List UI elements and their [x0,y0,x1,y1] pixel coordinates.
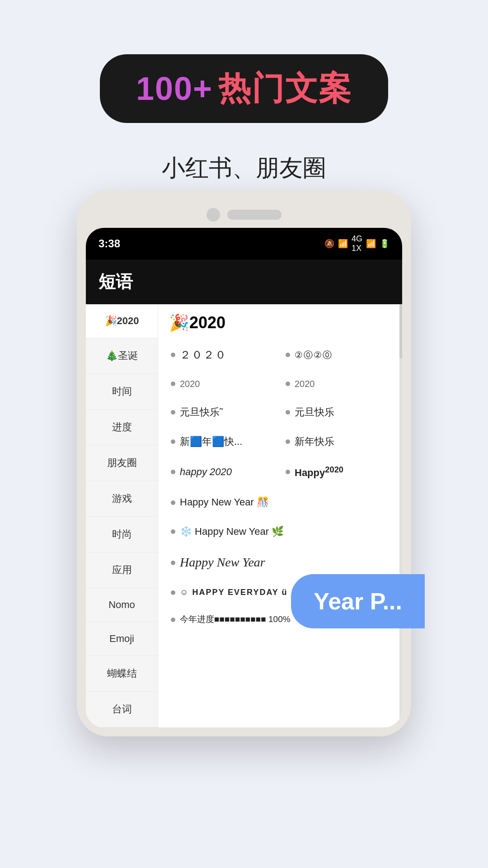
bullet-icon [171,561,175,565]
sidebar-item-bow[interactable]: 蝴蝶结 [86,656,158,692]
bullet-icon [171,382,175,386]
item-text: ２０２０ [180,348,227,362]
item-text: ❄️ Happy New Year 🌿 [180,525,284,538]
item-text: Happy New Year 🎊 [180,496,269,509]
sidebar-item-emoji[interactable]: Emoji [86,622,158,656]
phone-camera-area [86,199,402,228]
list-item-happy-new-year-script[interactable]: Happy New Year [169,548,391,577]
sidebar-item-apps[interactable]: 应用 [86,552,158,588]
list-item[interactable]: 2020 [284,372,391,396]
status-bar: 3:38 🔕 📶 4G1X 📶 🔋 [86,228,402,259]
list-item[interactable]: Happy2020 [284,458,391,486]
list-item-happy-new-year-1[interactable]: Happy New Year 🎊 [169,490,391,515]
list-item[interactable]: 元旦快乐 [284,400,391,425]
item-text: 2020 [180,378,200,390]
camera-icon [206,208,220,222]
sidebar-item-2020[interactable]: 🎉2020 [86,304,158,338]
item-text: happy 2020 [180,466,232,479]
list-item[interactable]: 元旦快乐˜ [169,400,277,425]
app-title: 短语 [99,272,133,291]
item-text: 元旦快乐 [295,406,334,419]
sidebar-item-nomo[interactable]: Nomo [86,588,158,622]
main-content: 🎉2020 ２０２０ ②⓪②⓪ [158,304,402,727]
status-icons: 🔕 📶 4G1X 📶 🔋 [324,234,389,253]
speaker [227,210,282,220]
item-text: 新年快乐 [295,435,334,448]
sidebar-item-christmas[interactable]: 🎄圣诞 [86,338,158,374]
app-content: 🎉2020 🎄圣诞 时间 进度 朋友圈 游戏 时尚 应用 Nomo Emoji … [86,304,402,727]
list-item[interactable]: ２０２０ [169,341,277,368]
bullet-icon [286,382,290,386]
sidebar-item-progress[interactable]: 进度 [86,410,158,445]
top-section: 100+ 热门文案 小红书、朋友圈 一键输入 [0,0,488,221]
item-text: ②⓪②⓪ [295,349,333,361]
item-text: 新🟦年🟦快... [180,435,242,448]
bullet-icon [286,410,290,415]
sidebar-item-games[interactable]: 游戏 [86,481,158,517]
item-text: Happy2020 [295,464,343,480]
mute-icon: 🔕 [324,239,334,249]
sidebar-item-time[interactable]: 时间 [86,374,158,410]
signal-icon: 📶 [366,239,376,249]
bullet-icon [171,618,175,622]
list-item[interactable]: 新年快乐 [284,429,391,455]
sidebar-item-lines[interactable]: 台词 [86,692,158,727]
tooltip-bubble: Year P... [291,574,425,628]
network-label: 4G1X [352,234,362,253]
phone-outer: 3:38 🔕 📶 4G1X 📶 🔋 短语 🎉2020 🎄圣诞 [77,190,411,736]
status-time: 3:38 [99,237,120,250]
bullet-icon [286,353,290,357]
bullet-icon [171,410,175,415]
section-title: 🎉2020 [169,313,391,332]
phone-screen: 3:38 🔕 📶 4G1X 📶 🔋 短语 🎉2020 🎄圣诞 [86,228,402,727]
bullet-icon [171,590,175,595]
sidebar: 🎉2020 🎄圣诞 时间 进度 朋友圈 游戏 时尚 应用 Nomo Emoji … [86,304,158,727]
bullet-icon [171,500,175,505]
badge-text-pink: 热门文案 [218,67,352,110]
scrollbar-thumb[interactable] [399,304,402,359]
bullet-icon [286,470,290,474]
bullet-icon [171,529,175,534]
badge-text-purple: 100+ [136,70,213,107]
sidebar-item-fashion[interactable]: 时尚 [86,517,158,552]
tooltip-text: Year P... [314,588,402,614]
phone-mockup: 3:38 🔕 📶 4G1X 📶 🔋 短语 🎉2020 🎄圣诞 [77,190,411,736]
bullet-icon [171,470,175,474]
bullet-icon [286,439,290,444]
list-item[interactable]: 2020 [169,372,277,396]
item-text: 元旦快乐˜ [180,406,223,419]
item-text: ☺ HAPPY EVERYDAY ü [180,587,287,598]
bullet-icon [171,439,175,444]
list-item[interactable]: ②⓪②⓪ [284,341,391,368]
list-item[interactable]: 新🟦年🟦快... [169,429,277,455]
list-item-happy-new-year-2[interactable]: ❄️ Happy New Year 🌿 [169,519,391,545]
wifi-icon: 📶 [338,239,348,249]
sidebar-item-friends[interactable]: 朋友圈 [86,445,158,481]
item-text: Happy New Year [180,554,265,571]
badge-pill: 100+ 热门文案 [100,54,388,123]
app-header: 短语 [86,259,402,304]
bullet-icon [171,353,175,357]
subtitle-line1: 小红书、朋友圈 [162,155,326,181]
item-text: 今年进度■■■■■■■■■■ 100% [180,614,291,625]
list-item[interactable]: happy 2020 [169,458,277,486]
battery-icon: 🔋 [380,239,389,249]
item-text: 2020 [295,378,315,390]
